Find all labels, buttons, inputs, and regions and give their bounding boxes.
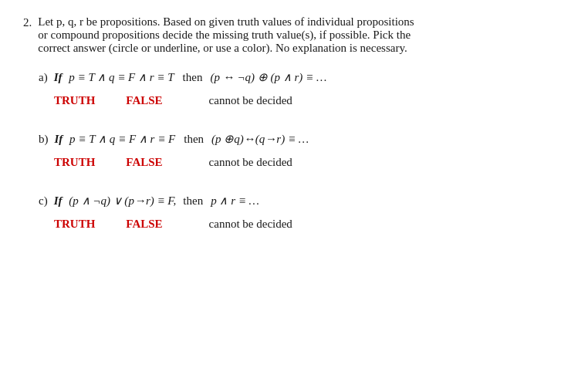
part-a: a) If p ≡ T ∧ q ≡ F ∧ r ≡ T then (p ↔ ¬q…	[39, 67, 555, 107]
part-b-truth[interactable]: TRUTH	[54, 156, 95, 169]
description-line3: correct answer (circle or underline, or …	[38, 42, 414, 55]
problem-number-label: 2.	[23, 16, 32, 55]
description-line1: Let p, q, r be propositions. Based on gi…	[38, 15, 414, 29]
description-line2: or compound propositions decide the miss…	[38, 29, 414, 42]
part-b-then: then	[184, 129, 204, 150]
part-a-undecided[interactable]: cannot be decided	[209, 94, 292, 107]
part-c-answers: TRUTH FALSE cannot be decided	[39, 218, 555, 231]
part-c-conclusion: p ∧ r ≡ …	[211, 191, 259, 211]
part-a-condition: p ≡ T ∧ q ≡ F ∧ r ≡ T	[66, 67, 174, 88]
part-a-then: then	[183, 67, 203, 88]
part-b-condition: p ≡ T ∧ q ≡ F ∧ r ≡ F	[66, 129, 175, 150]
part-b-undecided[interactable]: cannot be decided	[209, 156, 292, 169]
parts-container: a) If p ≡ T ∧ q ≡ F ∧ r ≡ T then (p ↔ ¬q…	[23, 67, 555, 231]
part-c: c) If (p ∧ ¬q) ∨ (p→r) ≡ F, then p ∧ r ≡…	[39, 191, 555, 231]
problem-header: 2. Let p, q, r be propositions. Based on…	[23, 15, 555, 55]
part-b-if: If	[55, 129, 63, 150]
part-c-condition: (p ∧ ¬q) ∨ (p→r) ≡ F,	[66, 191, 177, 211]
part-b-letter: b)	[39, 129, 49, 150]
part-c-undecided[interactable]: cannot be decided	[209, 218, 292, 231]
part-b: b) If p ≡ T ∧ q ≡ F ∧ r ≡ F then (p ⊕q)↔…	[39, 129, 555, 169]
part-a-letter: a)	[39, 67, 48, 88]
part-c-truth[interactable]: TRUTH	[54, 218, 95, 231]
part-c-false[interactable]: FALSE	[126, 218, 162, 231]
part-c-if: If	[54, 191, 63, 211]
part-a-truth[interactable]: TRUTH	[54, 94, 95, 107]
problem-description: Let p, q, r be propositions. Based on gi…	[38, 15, 414, 55]
problem-container: 2. Let p, q, r be propositions. Based on…	[23, 15, 555, 231]
part-b-question: b) If p ≡ T ∧ q ≡ F ∧ r ≡ F then (p ⊕q)↔…	[39, 129, 555, 150]
part-b-false[interactable]: FALSE	[126, 156, 162, 169]
part-a-conclusion: (p ↔ ¬q) ⊕ (p ∧ r) ≡ …	[210, 67, 326, 88]
part-c-then: then	[183, 191, 203, 211]
part-c-letter: c)	[39, 191, 48, 211]
part-c-question: c) If (p ∧ ¬q) ∨ (p→r) ≡ F, then p ∧ r ≡…	[39, 191, 555, 211]
part-b-answers: TRUTH FALSE cannot be decided	[39, 156, 555, 169]
part-a-false[interactable]: FALSE	[126, 94, 162, 107]
part-b-conclusion: (p ⊕q)↔(q→r) ≡ …	[211, 129, 309, 150]
part-a-question: a) If p ≡ T ∧ q ≡ F ∧ r ≡ T then (p ↔ ¬q…	[39, 67, 555, 88]
part-a-if: If	[54, 67, 63, 88]
part-a-answers: TRUTH FALSE cannot be decided	[39, 94, 555, 107]
